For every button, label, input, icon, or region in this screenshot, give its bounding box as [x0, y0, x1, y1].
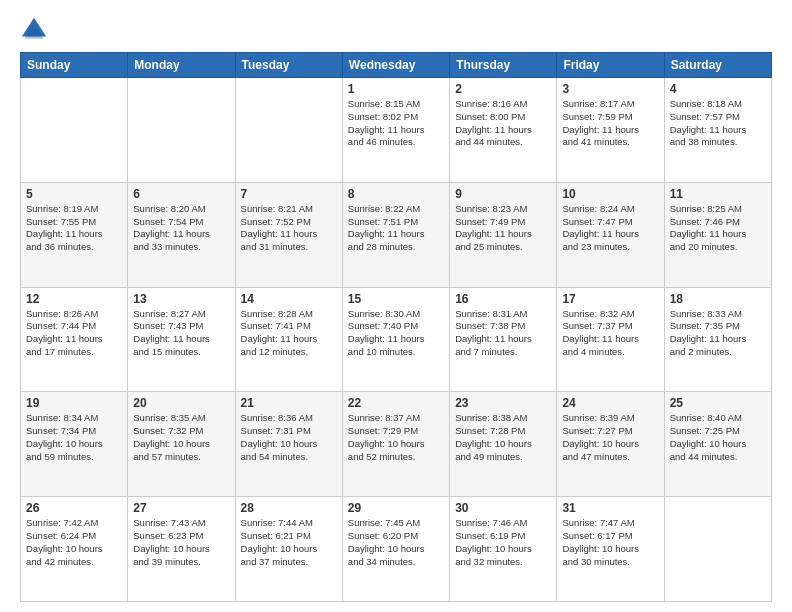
day-info: Sunrise: 7:45 AM Sunset: 6:20 PM Dayligh…: [348, 517, 444, 568]
calendar-cell: 24Sunrise: 8:39 AM Sunset: 7:27 PM Dayli…: [557, 392, 664, 497]
day-number: 6: [133, 187, 229, 201]
day-info: Sunrise: 8:25 AM Sunset: 7:46 PM Dayligh…: [670, 203, 766, 254]
day-number: 12: [26, 292, 122, 306]
calendar-cell: 22Sunrise: 8:37 AM Sunset: 7:29 PM Dayli…: [342, 392, 449, 497]
calendar-cell: 3Sunrise: 8:17 AM Sunset: 7:59 PM Daylig…: [557, 78, 664, 183]
calendar-cell: 4Sunrise: 8:18 AM Sunset: 7:57 PM Daylig…: [664, 78, 771, 183]
day-info: Sunrise: 8:28 AM Sunset: 7:41 PM Dayligh…: [241, 308, 337, 359]
day-info: Sunrise: 8:20 AM Sunset: 7:54 PM Dayligh…: [133, 203, 229, 254]
day-number: 20: [133, 396, 229, 410]
day-info: Sunrise: 8:38 AM Sunset: 7:28 PM Dayligh…: [455, 412, 551, 463]
day-info: Sunrise: 8:35 AM Sunset: 7:32 PM Dayligh…: [133, 412, 229, 463]
calendar-week-row: 19Sunrise: 8:34 AM Sunset: 7:34 PM Dayli…: [21, 392, 772, 497]
calendar-cell: 17Sunrise: 8:32 AM Sunset: 7:37 PM Dayli…: [557, 287, 664, 392]
calendar-cell: 7Sunrise: 8:21 AM Sunset: 7:52 PM Daylig…: [235, 182, 342, 287]
day-number: 26: [26, 501, 122, 515]
day-number: 25: [670, 396, 766, 410]
day-number: 23: [455, 396, 551, 410]
day-info: Sunrise: 8:17 AM Sunset: 7:59 PM Dayligh…: [562, 98, 658, 149]
day-info: Sunrise: 8:40 AM Sunset: 7:25 PM Dayligh…: [670, 412, 766, 463]
day-info: Sunrise: 7:43 AM Sunset: 6:23 PM Dayligh…: [133, 517, 229, 568]
day-info: Sunrise: 8:18 AM Sunset: 7:57 PM Dayligh…: [670, 98, 766, 149]
day-number: 13: [133, 292, 229, 306]
calendar-week-row: 12Sunrise: 8:26 AM Sunset: 7:44 PM Dayli…: [21, 287, 772, 392]
calendar: SundayMondayTuesdayWednesdayThursdayFrid…: [20, 52, 772, 602]
calendar-cell: 31Sunrise: 7:47 AM Sunset: 6:17 PM Dayli…: [557, 497, 664, 602]
day-info: Sunrise: 7:42 AM Sunset: 6:24 PM Dayligh…: [26, 517, 122, 568]
day-number: 22: [348, 396, 444, 410]
day-of-week-header: Tuesday: [235, 53, 342, 78]
day-of-week-header: Sunday: [21, 53, 128, 78]
day-info: Sunrise: 8:27 AM Sunset: 7:43 PM Dayligh…: [133, 308, 229, 359]
logo: [20, 16, 52, 44]
calendar-cell: 11Sunrise: 8:25 AM Sunset: 7:46 PM Dayli…: [664, 182, 771, 287]
calendar-week-row: 5Sunrise: 8:19 AM Sunset: 7:55 PM Daylig…: [21, 182, 772, 287]
logo-icon: [20, 16, 48, 44]
calendar-cell: 14Sunrise: 8:28 AM Sunset: 7:41 PM Dayli…: [235, 287, 342, 392]
calendar-cell: 19Sunrise: 8:34 AM Sunset: 7:34 PM Dayli…: [21, 392, 128, 497]
day-number: 1: [348, 82, 444, 96]
day-number: 7: [241, 187, 337, 201]
day-of-week-header: Monday: [128, 53, 235, 78]
day-info: Sunrise: 8:32 AM Sunset: 7:37 PM Dayligh…: [562, 308, 658, 359]
day-info: Sunrise: 8:36 AM Sunset: 7:31 PM Dayligh…: [241, 412, 337, 463]
calendar-cell: 30Sunrise: 7:46 AM Sunset: 6:19 PM Dayli…: [450, 497, 557, 602]
day-info: Sunrise: 8:37 AM Sunset: 7:29 PM Dayligh…: [348, 412, 444, 463]
calendar-cell: 1Sunrise: 8:15 AM Sunset: 8:02 PM Daylig…: [342, 78, 449, 183]
calendar-cell: 29Sunrise: 7:45 AM Sunset: 6:20 PM Dayli…: [342, 497, 449, 602]
day-of-week-header: Saturday: [664, 53, 771, 78]
calendar-cell: 28Sunrise: 7:44 AM Sunset: 6:21 PM Dayli…: [235, 497, 342, 602]
day-number: 17: [562, 292, 658, 306]
calendar-cell: 26Sunrise: 7:42 AM Sunset: 6:24 PM Dayli…: [21, 497, 128, 602]
calendar-cell: 23Sunrise: 8:38 AM Sunset: 7:28 PM Dayli…: [450, 392, 557, 497]
calendar-cell: 10Sunrise: 8:24 AM Sunset: 7:47 PM Dayli…: [557, 182, 664, 287]
day-number: 18: [670, 292, 766, 306]
day-info: Sunrise: 7:47 AM Sunset: 6:17 PM Dayligh…: [562, 517, 658, 568]
calendar-week-row: 1Sunrise: 8:15 AM Sunset: 8:02 PM Daylig…: [21, 78, 772, 183]
day-info: Sunrise: 8:23 AM Sunset: 7:49 PM Dayligh…: [455, 203, 551, 254]
day-number: 31: [562, 501, 658, 515]
calendar-cell: 15Sunrise: 8:30 AM Sunset: 7:40 PM Dayli…: [342, 287, 449, 392]
calendar-cell: 20Sunrise: 8:35 AM Sunset: 7:32 PM Dayli…: [128, 392, 235, 497]
calendar-cell: 21Sunrise: 8:36 AM Sunset: 7:31 PM Dayli…: [235, 392, 342, 497]
calendar-cell: 12Sunrise: 8:26 AM Sunset: 7:44 PM Dayli…: [21, 287, 128, 392]
day-info: Sunrise: 8:22 AM Sunset: 7:51 PM Dayligh…: [348, 203, 444, 254]
day-number: 4: [670, 82, 766, 96]
day-number: 14: [241, 292, 337, 306]
calendar-cell: 13Sunrise: 8:27 AM Sunset: 7:43 PM Dayli…: [128, 287, 235, 392]
calendar-cell: [235, 78, 342, 183]
day-info: Sunrise: 8:39 AM Sunset: 7:27 PM Dayligh…: [562, 412, 658, 463]
calendar-cell: 8Sunrise: 8:22 AM Sunset: 7:51 PM Daylig…: [342, 182, 449, 287]
calendar-header-row: SundayMondayTuesdayWednesdayThursdayFrid…: [21, 53, 772, 78]
day-number: 9: [455, 187, 551, 201]
day-number: 8: [348, 187, 444, 201]
day-number: 10: [562, 187, 658, 201]
calendar-cell: 6Sunrise: 8:20 AM Sunset: 7:54 PM Daylig…: [128, 182, 235, 287]
calendar-cell: 16Sunrise: 8:31 AM Sunset: 7:38 PM Dayli…: [450, 287, 557, 392]
calendar-week-row: 26Sunrise: 7:42 AM Sunset: 6:24 PM Dayli…: [21, 497, 772, 602]
day-number: 16: [455, 292, 551, 306]
day-info: Sunrise: 8:24 AM Sunset: 7:47 PM Dayligh…: [562, 203, 658, 254]
day-number: 3: [562, 82, 658, 96]
day-of-week-header: Thursday: [450, 53, 557, 78]
calendar-cell: 2Sunrise: 8:16 AM Sunset: 8:00 PM Daylig…: [450, 78, 557, 183]
calendar-cell: [21, 78, 128, 183]
page: SundayMondayTuesdayWednesdayThursdayFrid…: [0, 0, 792, 612]
day-info: Sunrise: 8:26 AM Sunset: 7:44 PM Dayligh…: [26, 308, 122, 359]
calendar-cell: 9Sunrise: 8:23 AM Sunset: 7:49 PM Daylig…: [450, 182, 557, 287]
calendar-cell: 27Sunrise: 7:43 AM Sunset: 6:23 PM Dayli…: [128, 497, 235, 602]
day-number: 21: [241, 396, 337, 410]
day-of-week-header: Wednesday: [342, 53, 449, 78]
day-info: Sunrise: 8:16 AM Sunset: 8:00 PM Dayligh…: [455, 98, 551, 149]
day-info: Sunrise: 8:34 AM Sunset: 7:34 PM Dayligh…: [26, 412, 122, 463]
day-info: Sunrise: 8:21 AM Sunset: 7:52 PM Dayligh…: [241, 203, 337, 254]
day-number: 5: [26, 187, 122, 201]
day-info: Sunrise: 7:44 AM Sunset: 6:21 PM Dayligh…: [241, 517, 337, 568]
day-number: 15: [348, 292, 444, 306]
day-info: Sunrise: 8:15 AM Sunset: 8:02 PM Dayligh…: [348, 98, 444, 149]
calendar-cell: 5Sunrise: 8:19 AM Sunset: 7:55 PM Daylig…: [21, 182, 128, 287]
day-number: 19: [26, 396, 122, 410]
day-info: Sunrise: 8:33 AM Sunset: 7:35 PM Dayligh…: [670, 308, 766, 359]
day-info: Sunrise: 7:46 AM Sunset: 6:19 PM Dayligh…: [455, 517, 551, 568]
day-of-week-header: Friday: [557, 53, 664, 78]
